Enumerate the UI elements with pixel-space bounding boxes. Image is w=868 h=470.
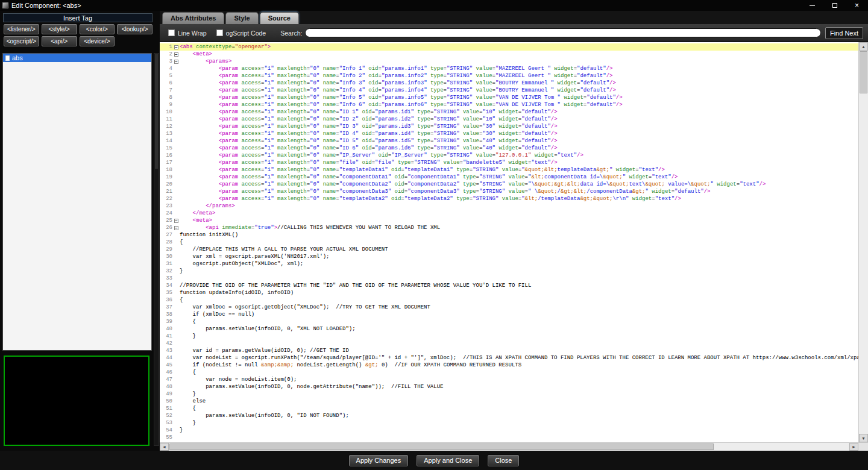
- tab-abs-attributes[interactable]: Abs Attributes: [162, 12, 224, 24]
- source-editor[interactable]: 1−<abs contexttype="opengear">2− <meta>3…: [160, 42, 858, 442]
- ogscript-code-checkbox[interactable]: [216, 30, 223, 36]
- code-line-20[interactable]: 20 <param access="1" maxlength="0" name=…: [160, 181, 858, 188]
- close-window-button[interactable]: ×: [846, 0, 868, 11]
- code-line-7[interactable]: 7 <param access="1" maxlength="0" name="…: [160, 87, 858, 94]
- code-line-35[interactable]: 35function updateInfo(idOID, infoOID): [160, 289, 858, 296]
- code-line-34[interactable]: 34//PROVIDE THE OID OF THE PARAMETER WIT…: [160, 282, 858, 289]
- tree-item-abs[interactable]: abs: [3, 54, 151, 62]
- fold-collapse-icon[interactable]: −: [173, 51, 180, 58]
- code-line-43[interactable]: 43 var id = params.getValue(idOID, 0); /…: [160, 347, 858, 354]
- code-line-4[interactable]: 4 <param access="1" maxlength="0" name="…: [160, 65, 858, 72]
- title-bar[interactable]: Edit Component: <abs> ×: [0, 0, 868, 11]
- code-line-10[interactable]: 10 <param access="1" maxlength="0" name=…: [160, 108, 858, 116]
- code-line-45[interactable]: 45 if (nodeList != null &amp;&amp; nodeL…: [160, 362, 858, 369]
- code-line-27[interactable]: 27function initXML(): [160, 231, 858, 239]
- code-line-31[interactable]: 31 ogscript.putObject("XMLDoc", xml);: [160, 260, 858, 268]
- code-line-49[interactable]: 49 }: [160, 390, 858, 398]
- insert-tag-button-device[interactable]: <device/>: [80, 36, 115, 46]
- scroll-right-arrow-icon[interactable]: ►: [849, 443, 858, 451]
- insert-tag-button-listener[interactable]: <listener/>: [4, 24, 39, 34]
- horizontal-scroll-track[interactable]: [169, 443, 849, 451]
- tab-style[interactable]: Style: [225, 12, 258, 24]
- scroll-left-arrow-icon[interactable]: ◄: [160, 443, 169, 451]
- code-line-51[interactable]: 51 {: [160, 405, 858, 412]
- fold-collapse-icon[interactable]: −: [173, 224, 180, 231]
- code-line-13[interactable]: 13 <param access="1" maxlength="0" name=…: [160, 130, 858, 137]
- code-line-40[interactable]: 40 params.setValue(infoOID, 0, "XML NOT …: [160, 325, 858, 333]
- code-line-30[interactable]: 30 var xml = ogscript.parseXML('NH2017.x…: [160, 253, 858, 260]
- code-line-53[interactable]: 53 }: [160, 419, 858, 427]
- code-line-3[interactable]: 3− <params>: [160, 58, 858, 65]
- code-line-25[interactable]: 25− <meta>: [160, 217, 858, 224]
- insert-tag-button-style[interactable]: <style/>: [42, 24, 77, 34]
- code-line-41[interactable]: 41 }: [160, 333, 858, 340]
- component-tree[interactable]: abs: [2, 53, 152, 351]
- code-text: var id = params.getValue(idOID, 0); //GE…: [180, 347, 349, 354]
- code-line-42[interactable]: 42: [160, 340, 858, 347]
- code-line-9[interactable]: 9 <param access="1" maxlength="0" name="…: [160, 101, 858, 108]
- sidebar-scroll-thumb[interactable]: [155, 54, 158, 169]
- insert-tag-button-color[interactable]: <color/>: [80, 24, 115, 34]
- vertical-scroll-track[interactable]: [859, 94, 868, 434]
- code-line-44[interactable]: 44 var nodeList = ogscript.runXPath("/te…: [160, 354, 858, 362]
- code-line-24[interactable]: 24 </meta>: [160, 210, 858, 217]
- code-line-1[interactable]: 1−<abs contexttype="opengear">: [160, 43, 858, 51]
- code-line-33[interactable]: 33: [160, 275, 858, 282]
- fold-collapse-icon[interactable]: −: [173, 58, 180, 65]
- scroll-up-arrow-icon[interactable]: ▲: [859, 42, 868, 51]
- fold-gutter: [173, 275, 180, 282]
- code-line-22[interactable]: 22 <param access="1" maxlength="0" name=…: [160, 195, 858, 202]
- code-line-50[interactable]: 50 else: [160, 398, 858, 405]
- code-line-14[interactable]: 14 <param access="1" maxlength="0" name=…: [160, 137, 858, 145]
- code-line-54[interactable]: 54}: [160, 427, 858, 434]
- fold-collapse-icon[interactable]: −: [173, 217, 180, 224]
- code-line-12[interactable]: 12 <param access="1" maxlength="0" name=…: [160, 123, 858, 130]
- code-line-36[interactable]: 36{: [160, 296, 858, 304]
- insert-tag-button-lookup[interactable]: <lookup/>: [117, 24, 153, 34]
- code-line-29[interactable]: 29 //REPLACE THIS WITH A CALL TO PARSE Y…: [160, 246, 858, 253]
- code-line-16[interactable]: 16 <param access="1" maxlength="0" name=…: [160, 152, 858, 159]
- find-next-button[interactable]: Find Next: [825, 27, 863, 39]
- tab-source[interactable]: Source: [260, 12, 299, 24]
- code-line-6[interactable]: 6 <param access="1" maxlength="0" name="…: [160, 80, 858, 87]
- minimize-button[interactable]: [801, 0, 823, 11]
- fold-gutter: [173, 398, 180, 405]
- code-line-8[interactable]: 8 <param access="1" maxlength="0" name="…: [160, 94, 858, 101]
- line-number: 45: [160, 362, 173, 369]
- code-line-5[interactable]: 5 <param access="1" maxlength="0" name="…: [160, 72, 858, 80]
- apply-and-close-button[interactable]: Apply and Close: [416, 454, 480, 467]
- code-line-47[interactable]: 47 var node = nodeList.item(0);: [160, 376, 858, 383]
- code-line-38[interactable]: 38 if (xmlDoc == null): [160, 311, 858, 318]
- scroll-down-arrow-icon[interactable]: ▼: [859, 434, 868, 442]
- code-line-19[interactable]: 19 <param access="1" maxlength="0" name=…: [160, 174, 858, 181]
- insert-tag-button-api[interactable]: <api/>: [42, 36, 77, 46]
- code-line-11[interactable]: 11 <param access="1" maxlength="0" name=…: [160, 116, 858, 123]
- close-button[interactable]: Close: [487, 454, 520, 467]
- insert-tag-button-ogscript[interactable]: <ogscript/>: [4, 36, 39, 46]
- apply-changes-button[interactable]: Apply Changes: [348, 454, 409, 467]
- code-line-26[interactable]: 26− <api immediate="true">//CALLING THIS…: [160, 224, 858, 231]
- code-line-39[interactable]: 39 {: [160, 318, 858, 325]
- code-line-32[interactable]: 32}: [160, 268, 858, 275]
- fold-collapse-icon[interactable]: −: [173, 43, 180, 51]
- code-line-23[interactable]: 23 </params>: [160, 202, 858, 210]
- code-line-48[interactable]: 48 params.setValue(infoOID, 0, node.getA…: [160, 383, 858, 390]
- code-line-15[interactable]: 15 <param access="1" maxlength="0" name=…: [160, 145, 858, 152]
- code-line-46[interactable]: 46 {: [160, 369, 858, 376]
- code-line-18[interactable]: 18 <param access="1" maxlength="0" name=…: [160, 166, 858, 174]
- vertical-scroll-thumb[interactable]: [860, 51, 867, 93]
- editor-vertical-scrollbar[interactable]: ▲ ▼: [858, 42, 868, 442]
- sidebar-scrollbar[interactable]: [154, 53, 159, 446]
- code-line-21[interactable]: 21 <param access="1" maxlength="0" name=…: [160, 188, 858, 195]
- search-input[interactable]: [305, 28, 821, 37]
- code-line-37[interactable]: 37 var xmlDoc = ogscript.getObject("XMLD…: [160, 304, 858, 311]
- horizontal-scroll-thumb[interactable]: [169, 443, 714, 450]
- line-wrap-checkbox[interactable]: [168, 30, 175, 36]
- code-line-2[interactable]: 2− <meta>: [160, 51, 858, 58]
- editor-horizontal-scrollbar[interactable]: ◄ ►: [160, 442, 858, 451]
- code-line-55[interactable]: 55: [160, 434, 858, 441]
- code-line-28[interactable]: 28{: [160, 239, 858, 246]
- code-line-52[interactable]: 52 params.setValue(infoOID, 0, "ID NOT F…: [160, 412, 858, 419]
- code-line-17[interactable]: 17 <param access="1" maxlength="0" name=…: [160, 159, 858, 166]
- maximize-button[interactable]: [823, 0, 846, 11]
